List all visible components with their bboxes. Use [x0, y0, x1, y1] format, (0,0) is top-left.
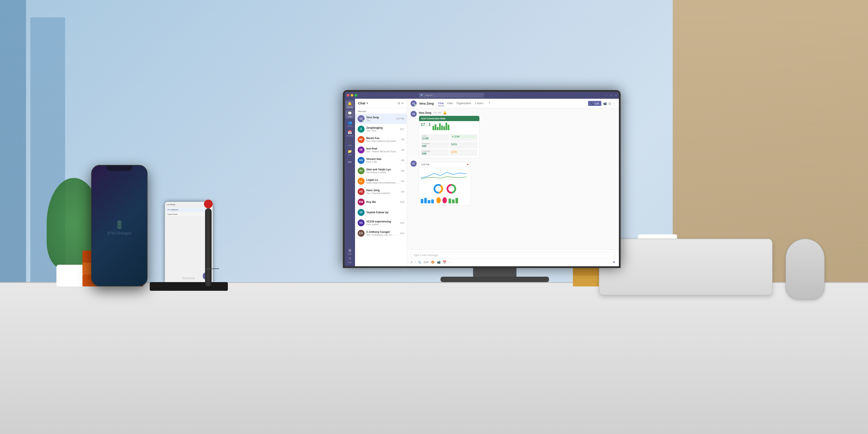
stat-circle-1: 34%: [451, 143, 476, 146]
message-group-1: VZ Vera Zeng 3:51 PM 🔔 Unit Conversion R…: [410, 111, 615, 158]
chat-item-time: 6/4: [401, 190, 404, 193]
teams-icon: 👥: [348, 121, 352, 125]
chat-item-time: 3:57 PM: [396, 118, 404, 120]
chat-item-info: Hans Zeng You: Training Invitation: [366, 189, 400, 194]
call-button[interactable]: 📞 📞 Call Call: [588, 101, 601, 106]
sidebar-item-apps[interactable]: ⊞ Apps: [345, 247, 354, 256]
chat-list-item[interactable]: Z Zengfangjing You: vera 6/17: [355, 124, 407, 134]
files-label: Files: [348, 154, 352, 156]
bar-1: [432, 126, 434, 130]
chat-avatar: VG: [358, 157, 365, 164]
donut-small-1: [436, 197, 441, 203]
donut-small-2: [442, 197, 447, 203]
more-tools-icon[interactable]: ···: [448, 260, 451, 264]
chat-list-item[interactable]: SY Stan and Yanjin Lyu Recording is read…: [355, 165, 407, 176]
teams-body: 🔔 Activity 💬 Chat 👥 Teams 📅 Calendar: [345, 99, 619, 266]
sidebar-item-calendar[interactable]: 📅 Calendar: [345, 129, 354, 138]
add-tab-icon[interactable]: +: [489, 101, 490, 106]
msg-content-2: 3:55 PM ❤: [419, 161, 615, 205]
chat-avatar: CA: [358, 230, 365, 237]
sidebar-item-calls[interactable]: 📞 Calls: [345, 139, 354, 147]
apps-icon: ⊞: [348, 248, 351, 252]
meet-icon[interactable]: 📹: [437, 260, 440, 264]
chat-item-time: 6/17: [400, 128, 404, 130]
chat-item-preview: You: Yealink Microsoft Teams Devi...: [366, 150, 400, 153]
chat-list-item[interactable]: YF Yealink Follow Up: [355, 207, 407, 218]
activity-icon: 🔔: [348, 101, 352, 106]
files-icon: 📁: [348, 149, 352, 153]
chat-item-info: Martin Fan You: https://teams.microsoft.…: [366, 137, 400, 142]
more-icon: •••: [348, 160, 352, 164]
sticker-icon[interactable]: 🎨: [431, 260, 435, 264]
chat-list-item[interactable]: HZ Hans Zeng You: Training Invitation 6/…: [355, 186, 407, 197]
online-status-dot: [414, 104, 416, 106]
screen-share-icon[interactable]: ⊡: [609, 102, 611, 105]
video-icon[interactable]: 📹: [603, 102, 607, 105]
teams-rail: 🔔 Activity 💬 Chat 👥 Teams 📅 Calendar: [345, 99, 355, 266]
message-input-box[interactable]: Type a new message: [410, 252, 615, 259]
chat-list-item[interactable]: VG Vincent Gao Sent a file 6/8: [355, 155, 407, 165]
sidebar-item-files[interactable]: 📁 Files: [345, 148, 354, 157]
chat-panel: Chat ▼ ⊟ ✏ Recent VZ: [355, 99, 407, 266]
tab-files[interactable]: Files: [447, 101, 453, 106]
bottom-bar-chart: [421, 197, 469, 203]
main-contact-avatar: VZ: [410, 100, 416, 106]
filter-icon[interactable]: ⊟: [398, 101, 400, 105]
chat-list-item[interactable]: TF test-final You: Yealink Microsoft Tea…: [355, 145, 407, 155]
bar-3: [437, 127, 439, 130]
format-icon[interactable]: A: [410, 260, 412, 264]
chat-list-item[interactable]: LL Logan Lu https://web.microsoftstream.…: [355, 176, 407, 186]
sidebar-item-teams[interactable]: 👥 Teams: [345, 120, 354, 128]
mic-body: [205, 208, 212, 286]
close-btn[interactable]: [347, 94, 349, 97]
chat-avatar: VZ: [358, 115, 365, 122]
search-bar[interactable]: 🔍 Search: [419, 93, 484, 98]
minimize-btn[interactable]: [351, 94, 353, 97]
msg-time-1: 3:51 PM: [433, 112, 441, 114]
chat-item-name: Stan and Yanjin Lyu: [366, 168, 400, 171]
sidebar-item-more[interactable]: •••: [345, 158, 354, 166]
sidebar-item-help[interactable]: ? Help: [345, 256, 354, 265]
chat-item-info: Logan Lu https://web.microsoftstream.com…: [366, 178, 400, 184]
emoji-icon[interactable]: !: [415, 260, 415, 264]
msg-avatar-2: VZ: [410, 161, 416, 167]
bbar-4: [431, 199, 434, 203]
gif-icon[interactable]: GIF: [424, 260, 429, 264]
stat-leads-value: 2,130: [422, 137, 447, 140]
teams-label: Teams: [347, 125, 352, 127]
attach-icon[interactable]: 📎: [418, 260, 422, 264]
chat-list-item[interactable]: VZ Vera Zeng You: 3:57 PM: [355, 114, 407, 124]
chat-list-item[interactable]: VC VC210 experiencing User added 4/13: [355, 218, 407, 228]
minimize-icon[interactable]: −: [606, 94, 607, 97]
chat-avatar: Z: [358, 126, 365, 132]
message-toolbar: A ! 📎 GIF 🎨 📹 📅 ··· ➤: [410, 260, 615, 264]
send-icon[interactable]: ➤: [613, 260, 615, 264]
chat-item-info: Zengfangjing You: vera: [366, 126, 398, 132]
chat-list-item[interactable]: RW Roy Wu 5/19: [355, 197, 407, 207]
sidebar-item-activity[interactable]: 🔔 Activity: [345, 100, 354, 109]
tab-organization[interactable]: Organization: [456, 101, 471, 106]
chat-list-item[interactable]: MF Martin Fan You: https://teams.microso…: [355, 134, 407, 145]
more-options-icon[interactable]: ···: [613, 102, 615, 105]
tab-chat[interactable]: Chat: [438, 101, 444, 106]
chat-item-info: C Anthony Caragol You: Hi Anthony, can y…: [366, 230, 398, 236]
recent-label: Recent: [355, 108, 407, 114]
restore-icon[interactable]: □: [611, 94, 612, 97]
monitor-screen: 🔍 Search − □ × 🔔 Activity: [343, 90, 621, 268]
bbar-2: [424, 198, 427, 203]
mic-top: [204, 199, 213, 208]
sidebar-item-chat[interactable]: 💬 Chat: [345, 110, 354, 119]
chat-list-item[interactable]: CA C Anthony Caragol You: Hi Anthony, ca…: [355, 228, 407, 239]
donut-1: [433, 183, 444, 194]
close-icon[interactable]: ×: [615, 94, 617, 97]
chat-item-time: 6/9: [401, 149, 404, 151]
schedule-icon[interactable]: 📅: [443, 260, 446, 264]
maximize-btn[interactable]: [354, 94, 357, 97]
chat-panel-header: Chat ▼ ⊟ ✏: [355, 99, 407, 108]
card2-header: 3:55 PM ❤: [419, 162, 471, 167]
compose-icon[interactable]: ✏: [401, 101, 404, 105]
chat-item-preview: You: Hi Anthony, can yo... · External: [366, 234, 398, 236]
tab-more[interactable]: 1 more ›: [474, 101, 484, 106]
window-controls: [347, 94, 357, 97]
chat-item-preview: User added: [366, 223, 398, 226]
